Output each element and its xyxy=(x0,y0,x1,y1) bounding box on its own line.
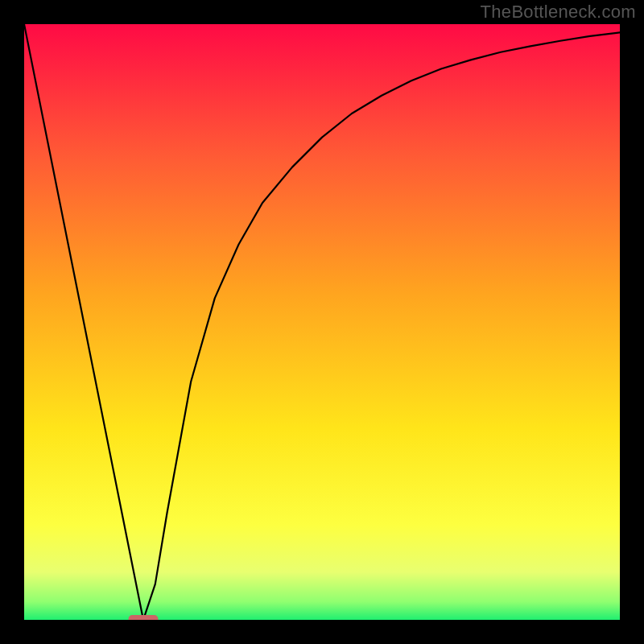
plot-area xyxy=(24,24,620,620)
target-marker xyxy=(129,615,159,620)
watermark-text: TheBottleneck.com xyxy=(481,2,636,23)
gradient-background xyxy=(24,24,620,620)
chart-frame: TheBottleneck.com xyxy=(0,0,644,644)
chart-svg xyxy=(24,24,620,620)
